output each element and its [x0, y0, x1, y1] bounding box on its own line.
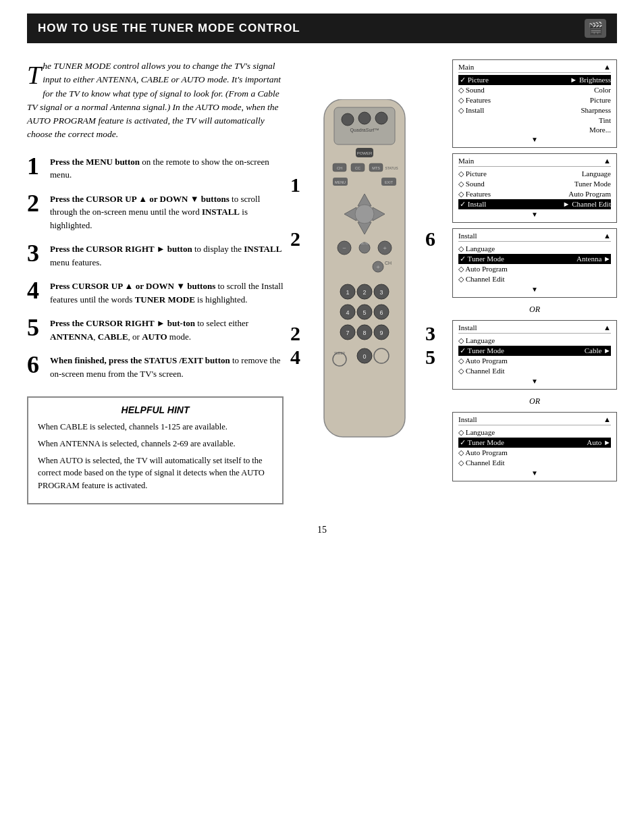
svg-text:2: 2 [363, 289, 366, 296]
menu-2-row-picture: ◇ PictureLanguage [458, 169, 611, 179]
remote-illustration-area: 1 2 2 4 6 3 5 QuadraSurf™ [284, 59, 446, 504]
step-5: 5 Press the CURSOR RIGHT ► but-ton to se… [27, 315, 284, 343]
step-6-text: When finished, press the STATUS /EXIT bu… [50, 352, 284, 380]
svg-text:1: 1 [346, 289, 349, 296]
hint-title: HELPFUL HINT [38, 404, 273, 415]
svg-text:MUTE: MUTE [360, 242, 369, 245]
svg-point-23 [355, 205, 374, 224]
menu-screen-2: Main ▲ ◇ PictureLanguage ◇ SoundTuner Mo… [452, 153, 617, 223]
menu-5-header-left: Install [458, 415, 477, 423]
svg-text:9: 9 [379, 330, 383, 336]
menu-4-header-left: Install [458, 323, 477, 332]
menu-4-header-right: ▲ [603, 323, 611, 332]
overlay-2: 2 [290, 228, 300, 251]
menu-3-header-left: Install [458, 232, 477, 240]
svg-text:MTS: MTS [372, 166, 380, 170]
svg-text:POWER: POWER [357, 151, 373, 155]
menu-3-row-channeledit: ◇ Channel Edit [458, 274, 611, 284]
menu-2-row-features: ◇ FeaturesAuto Program [458, 189, 611, 199]
svg-text:3: 3 [379, 289, 383, 296]
hint-item-3: When AUTO is selected, the TV will autom… [38, 454, 273, 492]
page-header: How to Use the Tuner Mode Control 🎬 [27, 14, 617, 43]
menu-4-row-channeledit: ◇ Channel Edit [458, 366, 611, 376]
menu-4-row-tunermode: ✓ Tuner ModeCable ► [458, 346, 611, 356]
overlay-5: 5 [425, 346, 435, 369]
step-4-number: 4 [27, 278, 43, 303]
menu-screen-1-header: Main ▲ [458, 63, 611, 73]
page: How to Use the Tuner Mode Control 🎬 T he… [0, 0, 644, 838]
menu-1-header-left: Main [458, 63, 474, 71]
menu-screen-5-header: Install ▲ [458, 415, 611, 425]
menu-3-row-autoprogram: ◇ Auto Program [458, 264, 611, 274]
menu-3-row-tunermode: ✓ Tuner ModeAntenna ► [458, 254, 611, 264]
menu-1-row-picture: ✓ Picture► Brightness [458, 75, 611, 85]
svg-text:MENU: MENU [335, 180, 346, 184]
svg-text:STATUS: STATUS [385, 166, 399, 170]
menu-5-row-tunermode: ✓ Tuner ModeAuto ► [458, 438, 611, 448]
svg-text:7: 7 [346, 330, 349, 336]
menu-screen-5: Install ▲ ◇ Language ✓ Tuner ModeAuto ► … [452, 412, 617, 481]
or-label-2: OR [452, 396, 617, 407]
step-3: 3 Press the CURSOR RIGHT ► button to dis… [27, 241, 284, 269]
svg-text:CH: CH [337, 166, 342, 170]
step-1-text: Press the MENU button on the remote to s… [50, 154, 284, 182]
menu-2-header-left: Main [458, 157, 474, 165]
svg-text:4: 4 [346, 309, 349, 316]
menu-3-arrow: ▼ [458, 286, 611, 293]
menu-screen-4-header: Install ▲ [458, 323, 611, 334]
page-number: 15 [27, 525, 617, 535]
menu-screen-2-header: Main ▲ [458, 157, 611, 167]
menu-5-arrow: ▼ [458, 469, 611, 477]
svg-text:+: + [376, 263, 380, 271]
menu-screens-column: Main ▲ ✓ Picture► Brightness ◇ SoundColo… [446, 59, 617, 504]
hint-text: When CABLE is selected, channels 1-125 a… [38, 421, 273, 492]
menu-1-row-install: ◇ InstallSharpness [458, 105, 611, 115]
hint-item-1: When CABLE is selected, channels 1-125 a… [38, 421, 273, 434]
overlay-4-top: 2 [290, 322, 300, 345]
svg-text:QuadraSurf™: QuadraSurf™ [350, 128, 379, 133]
menu-3-row-language: ◇ Language [458, 244, 611, 254]
step-2-text: Press the CURSOR UP ▲ or DOWN ▼ buttons … [50, 191, 284, 232]
step-2-number: 2 [27, 191, 43, 215]
menu-1-row-more: More... [458, 125, 611, 134]
menu-4-row-autoprogram: ◇ Auto Program [458, 356, 611, 366]
svg-text:CC: CC [355, 166, 360, 170]
main-content: T he TUNER MODE control allows you to ch… [27, 59, 617, 504]
left-column: T he TUNER MODE control allows you to ch… [27, 59, 284, 504]
step-2: 2 Press the CURSOR UP ▲ or DOWN ▼ button… [27, 191, 284, 232]
overlay-3: 3 [425, 322, 435, 345]
menu-3-header-right: ▲ [603, 232, 611, 240]
drop-cap: T [27, 62, 41, 88]
svg-point-5 [375, 112, 387, 124]
menu-screen-1: Main ▲ ✓ Picture► Brightness ◇ SoundColo… [452, 59, 617, 148]
menu-4-arrow: ▼ [458, 377, 611, 385]
step-6-number: 6 [27, 352, 43, 377]
svg-point-3 [342, 113, 354, 126]
svg-text:−: − [342, 244, 346, 252]
step-5-text: Press the CURSOR RIGHT ► but-ton to sele… [50, 315, 284, 343]
step-6: 6 When finished, press the STATUS /EXIT … [27, 352, 284, 380]
menu-screen-4: Install ▲ ◇ Language ✓ Tuner ModeCable ►… [452, 320, 617, 390]
step-4-text: Press CURSOR UP ▲ or DOWN ▼ buttons to s… [50, 278, 284, 306]
svg-text:CH: CH [385, 261, 392, 265]
menu-screen-3-header: Install ▲ [458, 232, 611, 242]
menu-2-row-install: ✓ Install► Channel Edit [458, 199, 611, 209]
menu-2-header-right: ▲ [603, 157, 611, 165]
page-title: How to Use the Tuner Mode Control [38, 22, 300, 35]
menu-1-row-features: ◇ FeaturesPicture [458, 95, 611, 105]
menu-1-row-sound: ◇ SoundColor [458, 85, 611, 95]
or-label-1: OR [452, 305, 617, 315]
header-icon: 🎬 [585, 19, 606, 38]
svg-point-54 [374, 348, 389, 363]
svg-text:0: 0 [363, 353, 366, 360]
svg-text:6: 6 [379, 309, 383, 316]
hint-item-2: When ANTENNA is selected, channels 2-69 … [38, 438, 273, 450]
intro-paragraph: T he TUNER MODE control allows you to ch… [27, 59, 284, 142]
step-3-text: Press the CURSOR RIGHT ► button to displ… [50, 241, 284, 269]
svg-point-52 [333, 352, 346, 366]
svg-text:+: + [383, 244, 387, 252]
menu-5-header-right: ▲ [603, 415, 611, 423]
step-3-number: 3 [27, 241, 43, 265]
menu-2-arrow: ▼ [458, 211, 611, 218]
remote-and-overlays: 1 2 2 4 6 3 5 QuadraSurf™ [290, 93, 439, 471]
